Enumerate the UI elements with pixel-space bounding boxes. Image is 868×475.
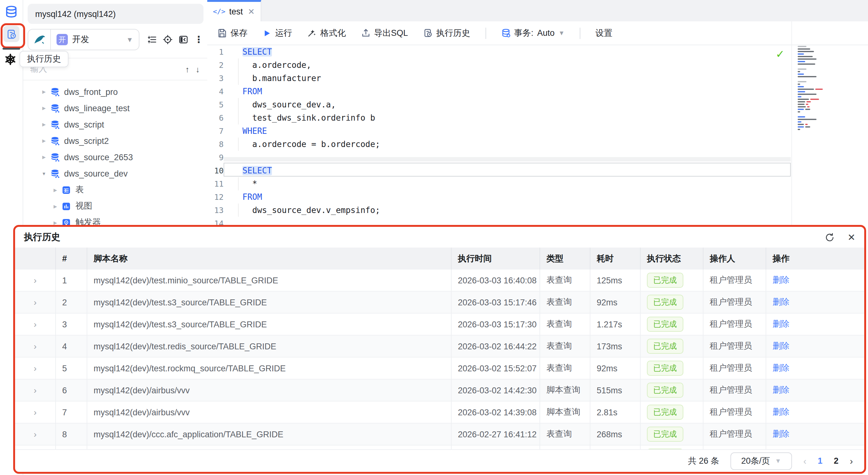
row-action-cell[interactable]: 删除	[766, 270, 864, 291]
code-minimap[interactable]	[794, 45, 866, 131]
transaction-dropdown[interactable]: 事务: Auto ▼	[501, 27, 565, 39]
table-row[interactable]: ›6mysql142(dev)/airbus/vvv2026-03-02 14:…	[15, 380, 864, 402]
page-1-button[interactable]: 1	[818, 456, 823, 466]
tab-close-icon[interactable]: ✕	[248, 7, 255, 16]
table-row[interactable]: ›1mysql142(dev)/test.minio_source/TABLE_…	[15, 270, 864, 292]
table-row[interactable]: ›9mysql142(dev)/cf_331_afc_application/T…	[15, 445, 864, 449]
row-expand-cell[interactable]: ›	[15, 270, 55, 291]
sql-code-area[interactable]: 1SELECT2 a.ordercode,3 b.manufacturer4FR…	[207, 45, 868, 230]
tree-item-dws_script[interactable]: ▶dws_script	[23, 116, 207, 132]
tab-test[interactable]: </> test ✕	[207, 0, 261, 21]
chevron-down-icon[interactable]: ▼	[40, 171, 48, 176]
table-row[interactable]: ›4mysql142(dev)/test.redis_source/TABLE_…	[15, 335, 864, 357]
settings-button[interactable]: 设置	[595, 27, 612, 39]
code-line-11[interactable]: 11 *	[207, 177, 868, 190]
row-action-cell[interactable]: 删除	[766, 357, 864, 379]
code-line-2[interactable]: 2 a.ordercode,	[207, 58, 868, 71]
table-row[interactable]: ›7mysql142(dev)/airbus/vvv2026-03-02 14:…	[15, 402, 864, 423]
chevron-right-icon[interactable]: ▶	[52, 220, 59, 225]
table-row[interactable]: ›2mysql142(dev)/test.s3_source/TABLE_GRI…	[15, 292, 864, 314]
tree-item-dws_source_dev[interactable]: ▼dws_source_dev	[23, 165, 207, 182]
row-expand-cell[interactable]: ›	[15, 314, 55, 335]
page-2-button[interactable]: 2	[834, 456, 838, 466]
format-button[interactable]: 格式化	[307, 27, 346, 39]
code-line-12[interactable]: 12FROM	[207, 190, 868, 204]
chevron-right-icon[interactable]: ▶	[52, 204, 59, 209]
row-action-cell[interactable]: 删除	[766, 314, 864, 335]
expand-chevron-icon[interactable]: ›	[34, 429, 36, 439]
chevron-right-icon[interactable]: ▶	[40, 122, 48, 127]
expand-chevron-icon[interactable]: ›	[34, 385, 36, 395]
execution-history-rail-button[interactable]	[3, 26, 20, 42]
environment-dropdown[interactable]: 开 开发 ▼	[28, 29, 140, 50]
next-page-button[interactable]: ›	[850, 455, 853, 466]
delete-link[interactable]: 删除	[773, 340, 789, 352]
chevron-right-icon[interactable]: ▶	[40, 138, 48, 143]
row-expand-cell[interactable]: ›	[15, 380, 55, 401]
arrow-down-icon[interactable]: ↓	[189, 64, 200, 74]
expand-chevron-icon[interactable]: ›	[34, 297, 36, 307]
code-line-13[interactable]: 13 dws_source_dev.v_empsinfo;	[207, 204, 868, 217]
table-row[interactable]: ›3mysql142(dev)/test.s3_source/TABLE_GRI…	[15, 314, 864, 335]
code-line-3[interactable]: 3 b.manufacturer	[207, 71, 868, 85]
page-size-select[interactable]: 20条/页 ▼	[731, 452, 792, 470]
row-action-cell[interactable]: 删除	[766, 335, 864, 357]
row-action-cell[interactable]: 删除	[766, 292, 864, 313]
tree-item-dws_source_2653[interactable]: ▶dws_source_2653	[23, 149, 207, 165]
history-button[interactable]: 执行历史	[423, 27, 470, 39]
row-expand-cell[interactable]: ›	[15, 292, 55, 313]
expand-chevron-icon[interactable]: ›	[34, 319, 36, 329]
list-order-icon[interactable]	[147, 35, 157, 44]
delete-link[interactable]: 删除	[773, 274, 789, 286]
row-expand-cell[interactable]: ›	[15, 445, 55, 449]
row-action-cell[interactable]: 删除	[766, 380, 864, 401]
chevron-right-icon[interactable]: ▶	[40, 89, 48, 94]
connection-selector[interactable]: mysql142 (mysql142)	[28, 4, 204, 24]
chevron-right-icon[interactable]: ▶	[40, 154, 48, 159]
tree-item-表[interactable]: ▶表	[23, 182, 207, 198]
row-action-cell[interactable]: 删除	[766, 423, 864, 445]
delete-link[interactable]: 删除	[773, 385, 789, 396]
tree-item-dws_lineage_test[interactable]: ▶dws_lineage_test	[23, 100, 207, 116]
delete-link[interactable]: 删除	[773, 407, 789, 418]
table-row[interactable]: ›8mysql142(dev)/ccc.afc_application/TABL…	[15, 423, 864, 445]
expand-chevron-icon[interactable]: ›	[34, 363, 36, 373]
row-expand-cell[interactable]: ›	[15, 423, 55, 445]
export-sql-button[interactable]: 导出SQL	[361, 27, 408, 39]
code-line-8[interactable]: 8 a.ordercode = b.ordercode;	[207, 138, 868, 151]
delete-link[interactable]: 删除	[773, 319, 789, 330]
prev-page-button[interactable]: ‹	[803, 455, 806, 466]
more-kebab-icon[interactable]: ⋮	[194, 34, 204, 45]
assistant-icon[interactable]	[4, 53, 17, 66]
delete-link[interactable]: 删除	[773, 297, 789, 308]
chevron-right-icon[interactable]: ▶	[52, 187, 59, 192]
expand-chevron-icon[interactable]: ›	[34, 407, 36, 417]
tree-item-视图[interactable]: ▶视图	[23, 198, 207, 214]
row-expand-cell[interactable]: ›	[15, 357, 55, 379]
arrow-up-icon[interactable]: ↑	[179, 64, 189, 74]
code-line-5[interactable]: 5 dws_source_dev.a,	[207, 98, 868, 111]
code-line-7[interactable]: 7WHERE	[207, 124, 868, 138]
row-expand-cell[interactable]: ›	[15, 335, 55, 357]
row-action-cell[interactable]: 删除	[766, 402, 864, 423]
locate-target-icon[interactable]	[163, 35, 173, 44]
code-line-6[interactable]: 6 test_dws_sink.orderinfo b	[207, 111, 868, 124]
refresh-icon[interactable]	[825, 232, 835, 242]
code-line-4[interactable]: 4FROM	[207, 85, 868, 98]
code-line-10[interactable]: 10SELECT	[207, 164, 868, 177]
tree-item-dws_script2[interactable]: ▶dws_script2	[23, 132, 207, 149]
code-line-9[interactable]: 9	[207, 151, 868, 164]
table-row[interactable]: ›5mysql142(dev)/test.rockmq_source/TABLE…	[15, 357, 864, 380]
row-expand-cell[interactable]: ›	[15, 402, 55, 423]
save-button[interactable]: 保存	[217, 27, 247, 39]
delete-link[interactable]: 删除	[773, 362, 789, 374]
row-action-cell[interactable]: 删除	[766, 445, 864, 449]
close-icon[interactable]: ✕	[847, 232, 856, 243]
delete-link[interactable]: 删除	[773, 428, 789, 440]
run-button[interactable]: 运行	[262, 27, 292, 39]
code-line-1[interactable]: 1SELECT	[207, 45, 868, 58]
tree-item-dws_front_pro[interactable]: ▶dws_front_pro	[23, 84, 207, 100]
collapse-sidebar-icon[interactable]	[178, 35, 188, 44]
chevron-right-icon[interactable]: ▶	[40, 106, 48, 111]
expand-chevron-icon[interactable]: ›	[34, 341, 36, 351]
